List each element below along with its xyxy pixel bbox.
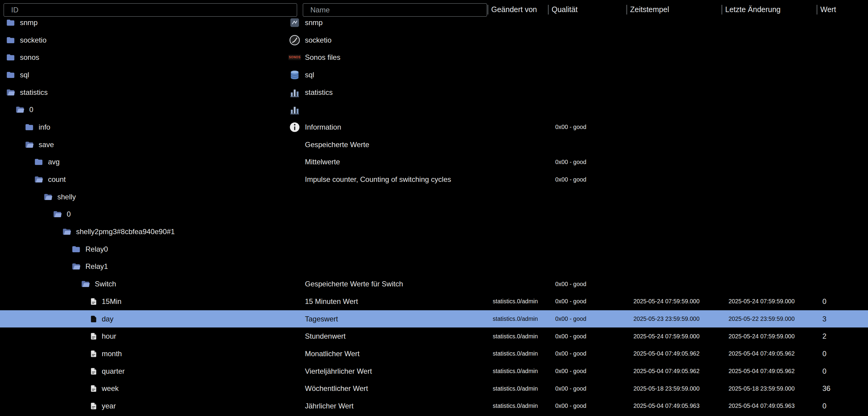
table-row[interactable]: sql sql [0,66,868,84]
table-row[interactable]: save Gespeicherte Werte [0,136,868,153]
table-row[interactable]: 15Min 15 Minuten Wert statistics.0/admin… [0,293,868,310]
table-row[interactable]: year Jährlicher Wert statistics.0/admin … [0,397,868,415]
value-cell[interactable] [817,153,868,171]
folder-open-icon[interactable] [33,175,44,184]
value-cell[interactable] [817,188,868,206]
value-cell[interactable] [817,84,868,101]
value-cell[interactable] [817,136,868,153]
table-row[interactable]: info Information 0x00 - good [0,118,868,136]
name-cell: sql [287,66,488,84]
value-cell[interactable]: 0 [817,362,868,380]
column-separator [721,5,722,14]
object-name: Impulse counter, Counting of switching c… [305,175,451,184]
folder-open-icon[interactable] [62,227,72,236]
folder-closed-icon[interactable] [33,157,44,167]
changed-by: statistics.0/admin [493,385,538,392]
changed-by-cell [488,31,548,49]
name-icon [289,243,301,255]
socketio-icon [289,34,301,46]
folder-closed-icon[interactable] [71,245,81,254]
value-cell[interactable] [817,101,868,118]
table-row[interactable]: avg Mittelwerte 0x00 - good [0,153,868,171]
folder-open-icon[interactable] [71,262,81,271]
tree-indent [0,92,5,92]
last-change-cell: 2025-05-24 07:59:59.000 [721,293,817,310]
folder-closed-icon[interactable] [24,123,34,132]
table-row[interactable]: shelly [0,188,868,206]
folder-closed-icon[interactable] [5,53,16,62]
name-icon [289,174,301,185]
table-row[interactable]: shelly2pmg3#8cbfea940e90#1 [0,223,868,240]
state-icon [90,332,97,341]
name-cell: SONOS Sonos files [287,49,488,66]
folder-open-icon[interactable] [43,192,53,202]
table-row[interactable]: count Impulse counter, Counting of switc… [0,171,868,188]
table-row[interactable]: quarter Vierteljährlicher Wert statistic… [0,362,868,380]
value-cell[interactable] [817,31,868,49]
folder-closed-icon[interactable] [5,18,16,27]
value-cell[interactable]: 2 [817,327,868,345]
timestamp-cell [626,136,721,153]
value-cell[interactable] [817,240,868,258]
folder-open-icon[interactable] [15,105,25,114]
table-row[interactable]: statistics statistics [0,84,868,101]
value-cell[interactable]: 0 [817,293,868,310]
timestamp: 2025-05-24 07:59:59.000 [633,298,700,305]
value-cell[interactable]: 0 [817,345,868,362]
value-cell[interactable] [817,258,868,275]
object-name: Tageswert [305,315,338,323]
changed-by-cell [488,188,548,206]
object-id: Relay0 [86,245,108,254]
value-cell[interactable] [817,118,868,136]
folder-open-icon[interactable] [52,210,62,219]
object-name: 15 Minuten Wert [305,297,358,306]
table-row[interactable]: month Monatlicher Wert statistics.0/admi… [0,345,868,362]
value-cell[interactable] [817,171,868,188]
name-cell: Gespeicherte Werte für Switch [287,275,488,293]
table-row[interactable]: 0 [0,206,868,223]
id-filter-input[interactable] [4,3,297,17]
state-icon [90,367,97,376]
table-row[interactable]: hour Stundenwert statistics.0/admin 0x00… [0,327,868,345]
folder-open-icon[interactable] [5,88,16,97]
value-cell[interactable] [817,206,868,223]
folder-closed-icon[interactable] [5,70,16,80]
value-cell[interactable] [817,223,868,240]
name-filter-input[interactable] [303,3,487,17]
value-cell[interactable]: 3 [817,310,868,328]
object-name: Information [305,123,341,131]
object-id: day [102,315,114,323]
table-row[interactable]: sonos SONOS Sonos files [0,49,868,66]
value-cell[interactable]: 36 [817,380,868,397]
value-cell[interactable] [817,49,868,66]
changed-by-cell: statistics.0/admin [488,380,548,397]
column-header-quality: Qualität [548,0,626,17]
table-row[interactable]: Switch Gespeicherte Werte für Switch 0x0… [0,275,868,293]
id-cell: quarter [0,362,287,380]
table-header: Geändert von Qualität Zeitstempel Letzte… [0,0,868,17]
folder-closed-icon[interactable] [5,36,16,45]
sql-icon [289,69,301,81]
last-change-cell [721,101,817,118]
table-row[interactable]: 0 [0,101,868,118]
table-row[interactable]: Relay0 [0,240,868,258]
column-header-label: Geändert von [491,5,537,14]
folder-open-icon[interactable] [80,279,91,289]
last-change-cell [721,136,817,153]
value-cell[interactable]: 0 [817,397,868,415]
changed-by: statistics.0/admin [493,368,538,375]
table-row[interactable]: socketio socketio [0,31,868,49]
object-name: Jährlicher Wert [305,402,353,410]
folder-open-icon[interactable] [24,140,34,149]
quality: 0x00 - good [555,124,586,130]
timestamp-cell: 2025-05-04 07:49:05.962 [626,362,721,380]
value-cell[interactable] [817,66,868,84]
table-row[interactable]: week Wöchentlicher Wert statistics.0/adm… [0,380,868,397]
table-row[interactable]: Relay1 [0,258,868,275]
tree-indent [0,301,90,301]
value-cell[interactable] [817,275,868,293]
table-row[interactable]: day Tageswert statistics.0/admin 0x00 - … [0,310,868,328]
id-cell: shelly2pmg3#8cbfea940e90#1 [0,223,287,240]
id-cell: count [0,171,287,188]
changed-by-cell: statistics.0/admin [488,327,548,345]
